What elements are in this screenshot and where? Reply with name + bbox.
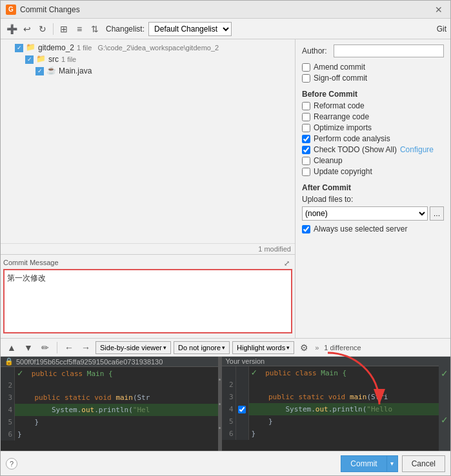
left-num-5: 5	[1, 416, 15, 428]
diff-section: ▲ ▼ ✏ ← → Side-by-side viewer ▾ Do not i…	[1, 338, 450, 451]
rearrange-code-checkbox[interactable]	[302, 113, 310, 121]
diff-next-icon[interactable]: →	[79, 341, 93, 355]
check-todo-row: Check TODO (Show All) Configure	[302, 145, 444, 154]
main-toolbar: ➕ ↩ ↻ ⊞ ≡ ⇅ Changelist: Default Changeli…	[1, 19, 450, 39]
diff-content: 🔒 500f0f195b65ccf5ffa9259150ca6e07319381…	[1, 357, 450, 451]
highlight-words-btn[interactable]: Highlight words ▾	[232, 341, 294, 354]
optimize-imports-label: Optimize imports	[314, 123, 372, 132]
upload-select[interactable]: (none)	[302, 206, 428, 221]
java-file-icon: ☕	[46, 66, 57, 76]
after-commit-title: After Commit	[302, 183, 444, 192]
expand-icon[interactable]: ≡	[72, 22, 86, 36]
changelist-select[interactable]: Default Changelist	[148, 22, 232, 36]
tree-meta-gitdemo2: 1 file G:\code_2\idea_workspace\gitdemo_…	[77, 44, 219, 52]
perform-analysis-row: Perform code analysis	[302, 134, 444, 143]
diff-line-5: 5 }	[1, 416, 218, 428]
left-content-5: }	[15, 416, 39, 428]
close-button[interactable]: ✕	[432, 3, 445, 16]
tree-row-gitdemo2[interactable]: ✓ 📁 gitdemo_2 1 file G:\code_2\idea_work…	[3, 42, 292, 54]
right-num-6: 6	[222, 428, 236, 440]
update-copyright-label: Update copyright	[314, 167, 372, 176]
left-num-6: 6	[1, 428, 15, 441]
always-use-server-checkbox[interactable]	[302, 225, 310, 233]
right-num-3: 3	[222, 391, 236, 403]
commit-message-input[interactable]: 第一次修改	[3, 269, 292, 333]
perform-analysis-checkbox[interactable]	[302, 135, 310, 143]
update-copyright-row: Update copyright	[302, 167, 444, 176]
right-content-6: }	[249, 428, 256, 440]
commit-dropdown-button[interactable]: ▾	[386, 455, 398, 472]
left-content-2	[15, 379, 17, 392]
checkbox-main-java[interactable]: ✓	[35, 67, 44, 75]
commit-button[interactable]: Commit	[341, 455, 386, 472]
reformat-code-label: Reformat code	[314, 101, 365, 110]
upload-more-btn[interactable]: …	[430, 206, 444, 221]
left-content-6: }	[15, 428, 22, 441]
modified-count: 1 modified	[1, 243, 295, 254]
diff-line-1: ✓ public class Main {	[1, 367, 218, 379]
reformat-code-checkbox[interactable]	[302, 102, 310, 110]
group-icon[interactable]: ⊞	[57, 22, 71, 36]
commit-message-area: Commit Message ⤢ 第一次修改	[1, 254, 295, 338]
sort-icon[interactable]: ⇅	[88, 22, 102, 36]
before-commit-title: Before Commit	[302, 90, 444, 99]
dialog-title: Commit Changes	[20, 5, 432, 14]
tree-row-main-java[interactable]: ✓ ☕ Main.java	[3, 65, 292, 77]
ignore-label: Do not ignore	[178, 344, 221, 352]
right-diff-line-1: ✓ public class Main {	[222, 366, 439, 379]
cleanup-checkbox[interactable]	[302, 157, 310, 165]
update-copyright-checkbox[interactable]	[302, 168, 310, 176]
check-todo-checkbox[interactable]	[302, 146, 310, 154]
right-panel: Author: Amend commit Sign-off commit Bef…	[296, 39, 450, 338]
tree-row-src[interactable]: ✓ 📁 src 1 file	[3, 54, 292, 65]
top-changed-indicator: ✓	[441, 368, 448, 379]
right-diff-line-5: 5 }	[222, 415, 439, 428]
diff-more-icon[interactable]: »	[315, 344, 319, 352]
commit-message-expand-icon[interactable]: ⤢	[281, 257, 292, 269]
diff-down-icon[interactable]: ▼	[21, 341, 35, 355]
right-check-col-2	[236, 379, 249, 391]
diff-up-icon[interactable]: ▲	[5, 341, 19, 355]
checkbox-gitdemo2[interactable]: ✓	[15, 44, 23, 52]
help-button[interactable]: ?	[6, 458, 17, 470]
signoff-commit-label: Sign-off commit	[314, 74, 367, 83]
left-content-3: public static void main(Str	[15, 392, 150, 404]
right-num-4: 4	[222, 403, 236, 415]
optimize-imports-checkbox[interactable]	[302, 124, 310, 132]
right-check-col-3	[236, 391, 249, 403]
diff-line-6: 6 }	[1, 428, 218, 441]
viewer-label: Side-by-side viewer	[100, 344, 162, 352]
checkbox-src[interactable]: ✓	[25, 55, 34, 64]
side-by-side-viewer-btn[interactable]: Side-by-side viewer ▾	[95, 341, 171, 354]
right-num-5: 5	[222, 415, 236, 428]
diff-settings-icon[interactable]: ⚙	[297, 341, 311, 355]
right-diff-line-2: 2	[222, 379, 439, 391]
check-icon-r: ✓	[252, 367, 257, 377]
undo-icon[interactable]: ↩	[20, 22, 34, 36]
add-icon[interactable]: ➕	[5, 22, 19, 36]
diff-edit-icon[interactable]: ✏	[38, 341, 52, 355]
author-input[interactable]	[334, 45, 444, 57]
bottom-changed-indicator: ✓	[441, 415, 448, 425]
git-tab-label: Git	[437, 25, 446, 34]
diff-prev-icon[interactable]: ←	[62, 341, 76, 355]
upload-label: Upload files to:	[302, 195, 444, 204]
configure-link[interactable]: Configure	[400, 145, 434, 154]
cancel-button[interactable]: Cancel	[402, 455, 445, 472]
cleanup-row: Cleanup	[302, 156, 444, 165]
signoff-commit-checkbox[interactable]	[302, 74, 310, 83]
line-4-checkbox[interactable]	[238, 406, 246, 413]
right-check-col-4[interactable]	[236, 403, 249, 415]
bottom-bar: ? Commit ▾ Cancel	[1, 451, 450, 475]
cleanup-label: Cleanup	[314, 156, 343, 165]
sep-dot3	[219, 427, 221, 429]
highlight-dropdown-arrow: ▾	[286, 344, 290, 351]
ignore-dropdown-arrow: ▾	[222, 344, 225, 351]
right-content-3: public static void main(Stri	[249, 391, 388, 403]
amend-commit-checkbox[interactable]	[302, 63, 310, 72]
content-area: ✓ 📁 gitdemo_2 1 file G:\code_2\idea_work…	[1, 39, 450, 338]
difference-count: 1 difference	[324, 344, 361, 352]
left-diff-pane: 🔒 500f0f195b65ccf5ffa9259150ca6e07319381…	[1, 357, 218, 451]
refresh-icon[interactable]: ↻	[35, 22, 50, 36]
ignore-whitespace-btn[interactable]: Do not ignore ▾	[174, 341, 230, 354]
